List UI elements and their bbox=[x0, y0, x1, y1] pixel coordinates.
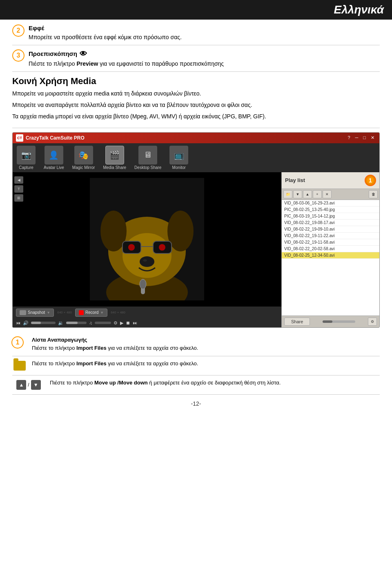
svg-point-12 bbox=[143, 259, 147, 262]
balance-slider[interactable] bbox=[66, 322, 87, 324]
header-title: Ελληνικά bbox=[334, 3, 384, 16]
close-button[interactable]: ✕ bbox=[369, 135, 376, 140]
playlist-item-2[interactable]: PIC_08-03-19_15-14-12.jpg bbox=[282, 213, 379, 220]
settings-icon[interactable]: ⚙ bbox=[114, 320, 118, 326]
playlist-item-8[interactable]: VID_08-02-25_12-34-50.avi bbox=[282, 252, 379, 259]
import-files-button[interactable]: 📁 bbox=[283, 190, 292, 198]
toolbar-monitor[interactable]: 📺 Monitor bbox=[169, 146, 188, 170]
playlist-item-1[interactable]: PIC_08-02-25_13-25-40.jpg bbox=[282, 207, 379, 213]
monitor-icon: 📺 bbox=[169, 146, 188, 164]
side-btn-1[interactable]: ◀ bbox=[14, 176, 23, 184]
info-sections: 1 Λίστα Αναπαραγωγής Πιέστε το πλήκτρο I… bbox=[12, 333, 380, 395]
move-down-button[interactable]: ▼ bbox=[293, 190, 302, 198]
snap-size: 640 × 480 bbox=[57, 311, 72, 314]
playlist-item-7[interactable]: VID_08-02-22_20-02-58.avi bbox=[282, 246, 379, 252]
info-1-bold-alt: Import Files bbox=[76, 360, 107, 367]
playlist-item-3[interactable]: VID_08-02-22_19-08-17.avi bbox=[282, 220, 379, 226]
video-display: ◀ T ⊞ bbox=[13, 172, 281, 307]
svg-point-11 bbox=[140, 256, 154, 267]
slash-separator: / bbox=[28, 382, 29, 388]
info-section-1-number: 1 bbox=[11, 336, 24, 349]
playback-progress[interactable] bbox=[323, 320, 355, 323]
help-button[interactable]: ? bbox=[346, 135, 352, 140]
media-share-title: Κοινή Χρήση Media bbox=[12, 76, 380, 87]
playlist-badge: 1 bbox=[365, 175, 376, 186]
eye-icon: 👁 bbox=[80, 49, 87, 60]
share-button[interactable]: Share bbox=[284, 318, 310, 326]
playlist-item-5[interactable]: VID_08-02-22_19-11-22.avi bbox=[282, 233, 379, 239]
toolbar-desktop-share[interactable]: 🖥 Desktop Share bbox=[134, 146, 161, 170]
snapshot-arrow[interactable]: ▼ bbox=[47, 311, 50, 315]
volume-slider[interactable] bbox=[31, 322, 56, 324]
move-up-button[interactable]: ▲ bbox=[303, 190, 312, 198]
move-up-icon: ▲ bbox=[16, 380, 26, 390]
snapshot-button[interactable]: Snapshot ▼ bbox=[16, 309, 54, 317]
playlist-title: Play list bbox=[285, 177, 305, 183]
page-header: Ελληνικά bbox=[0, 0, 392, 20]
info-icon-arrows: ▲ / ▼ bbox=[12, 379, 45, 391]
info-2-post: ή μεταφέρετε ένα αρχείο σε διαφορετική θ… bbox=[148, 380, 281, 386]
playlist-header: Play list 1 bbox=[282, 172, 379, 189]
add-button[interactable]: + bbox=[313, 190, 322, 198]
app-title: CrazyTalk CamSuite PRO bbox=[26, 135, 85, 141]
media-share-icon: 🎬 bbox=[105, 146, 124, 164]
dog-illustration bbox=[90, 178, 204, 300]
magic-label: Magic Mirror bbox=[72, 165, 95, 170]
playlist-item-4[interactable]: VID_08-02-22_19-09-10.avi bbox=[282, 226, 379, 233]
desktop-share-icon: 🖥 bbox=[138, 146, 157, 164]
info-row-folder: Πιέστε το πλήκτρο Import Files για να επ… bbox=[12, 356, 380, 375]
avatar-label: Avatar Live bbox=[44, 165, 64, 170]
toolbar-capture[interactable]: 📷 Capture bbox=[17, 146, 36, 170]
speaker-icon: 🔉 bbox=[58, 320, 64, 326]
delete-all-button[interactable]: 🗑 bbox=[369, 190, 378, 198]
app-logo: CT bbox=[16, 134, 23, 142]
info-row-arrows: ▲ / ▼ Πιέστε το πλήκτρο Move up /Move do… bbox=[12, 375, 380, 395]
toolbar-magic[interactable]: 🎭 Magic Mirror bbox=[72, 146, 95, 170]
side-btn-3[interactable]: ⊞ bbox=[14, 194, 23, 202]
section-2: 2 Εφφέ Μπορείτε να προσθέσετε ένα εφφέ κ… bbox=[12, 24, 380, 45]
play-btn[interactable]: ⏮ bbox=[16, 320, 20, 325]
section-3-title: Προεπισκόπηση 👁 bbox=[29, 49, 380, 60]
app-toolbar: 📷 Capture 👤 Avatar Live 🎭 Magic Mirror 🎬… bbox=[13, 143, 379, 172]
info-1-post: για να επιλέξετε τα αρχεία στο φάκελο. bbox=[107, 345, 198, 351]
snap-record-row: Snapshot ▼ 640 × 480 Record ▼ 640 × 480 bbox=[13, 307, 281, 319]
volume-icon: 🔊 bbox=[23, 320, 29, 326]
play-pause-btn[interactable]: ▶ bbox=[120, 320, 123, 326]
move-down-icon: ▼ bbox=[31, 380, 41, 390]
capture-label: Capture bbox=[19, 165, 33, 170]
playlist-item-0[interactable]: VID_08-03-06_16-29-23.avi bbox=[282, 200, 379, 207]
info-2-bold: Move up /Move down bbox=[94, 380, 148, 386]
record-arrow[interactable]: ▼ bbox=[100, 311, 104, 315]
magic-icon: 🎭 bbox=[74, 146, 93, 164]
fast-forward-btn[interactable]: ⏭ bbox=[133, 320, 137, 325]
playlist-footer: Share ⚙ bbox=[282, 315, 379, 327]
extra-slider[interactable] bbox=[95, 322, 111, 324]
media-share-block: Κοινή Χρήση Media Μπορείτε να μοιραστείτ… bbox=[12, 76, 380, 128]
info-1-title: Λίστα Αναπαραγωγής bbox=[32, 337, 87, 343]
playlist-item-6[interactable]: VID_08-02-22_19-11-58.avi bbox=[282, 239, 379, 246]
info-text-1: Λίστα Αναπαραγωγής Πιέστε το πλήκτρο Imp… bbox=[32, 336, 380, 353]
app-window: CT CrazyTalk CamSuite PRO ? ─ □ ✕ 📷 Capt… bbox=[12, 132, 380, 328]
toolbar-media-share[interactable]: 🎬 Media Share bbox=[103, 146, 126, 170]
snapshot-label: Snapshot bbox=[28, 310, 45, 315]
media-share-desc2: Μπορείτε να αναπαράγετε πολλαπλά αρχεία … bbox=[12, 100, 380, 109]
maximize-button[interactable]: □ bbox=[361, 135, 368, 140]
folder-icon bbox=[13, 361, 26, 371]
side-btn-2[interactable]: T bbox=[14, 185, 23, 193]
video-content bbox=[90, 178, 204, 300]
record-label: Record bbox=[85, 310, 98, 315]
capture-icon: 📷 bbox=[17, 146, 36, 164]
remove-button[interactable]: ✕ bbox=[323, 190, 332, 198]
toolbar-avatar[interactable]: 👤 Avatar Live bbox=[44, 146, 64, 170]
info-text-folder: Πιέστε το πλήκτρο Import Files για να επ… bbox=[32, 360, 380, 368]
stop-btn[interactable]: ⏹ bbox=[126, 320, 130, 325]
playlist-settings[interactable]: ⚙ bbox=[368, 318, 377, 326]
section-3-number: 3 bbox=[12, 49, 24, 62]
section-2-number: 2 bbox=[12, 24, 24, 37]
record-button[interactable]: Record ▼ bbox=[75, 309, 107, 317]
minimize-button[interactable]: ─ bbox=[354, 135, 360, 140]
record-icon bbox=[79, 310, 84, 315]
info-icon-folder bbox=[12, 360, 27, 372]
info-2-pre: Πιέστε το πλήκτρο bbox=[50, 380, 94, 386]
app-body: ◀ T ⊞ Snapshot ▼ 640 × 480 Recor bbox=[13, 172, 379, 327]
